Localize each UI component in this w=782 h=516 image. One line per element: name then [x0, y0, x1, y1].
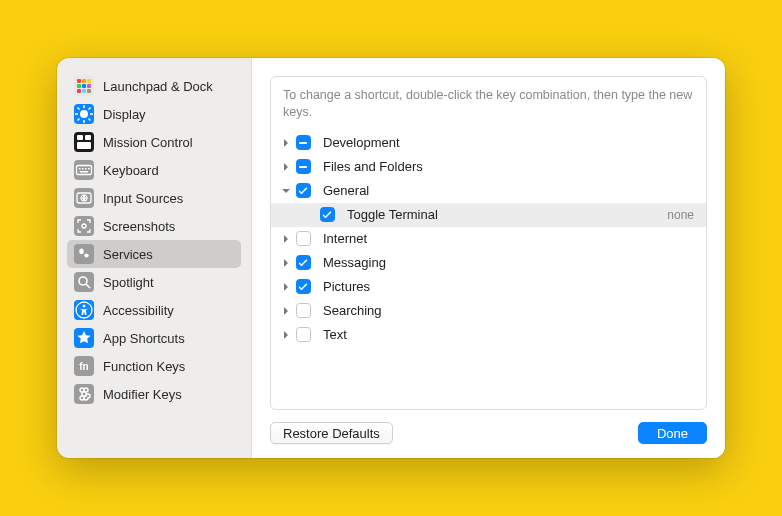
- category-row-general[interactable]: General: [271, 179, 706, 203]
- sidebar-item-label: Spotlight: [103, 275, 154, 290]
- sidebar-item-display[interactable]: Display: [67, 100, 241, 128]
- category-row-development[interactable]: Development: [271, 131, 706, 155]
- checkbox[interactable]: [293, 279, 313, 294]
- chevron-right-icon[interactable]: [279, 279, 293, 294]
- chevron-down-icon[interactable]: [279, 183, 293, 198]
- category-label: Files and Folders: [313, 159, 423, 174]
- sidebar-item-spotlight[interactable]: Spotlight: [67, 268, 241, 296]
- checkbox[interactable]: [293, 231, 313, 246]
- sidebar-item-label: Screenshots: [103, 219, 175, 234]
- category-label: Internet: [313, 231, 367, 246]
- panel-footer: Restore Defaults Done: [270, 410, 707, 444]
- category-row-messaging[interactable]: Messaging: [271, 251, 706, 275]
- function-keys-icon: fn: [74, 356, 94, 376]
- screenshots-icon: [74, 216, 94, 236]
- svg-line-24: [86, 284, 90, 288]
- sidebar-item-keyboard[interactable]: Keyboard: [67, 156, 241, 184]
- sidebar-item-function-keys[interactable]: fn Function Keys: [67, 352, 241, 380]
- launchpad-icon: [74, 76, 94, 96]
- sidebar-item-accessibility[interactable]: Accessibility: [67, 296, 241, 324]
- category-label: Development: [313, 135, 400, 150]
- sidebar-item-label: Keyboard: [103, 163, 159, 178]
- shortcut-value[interactable]: none: [667, 208, 694, 222]
- sidebar-item-label: Services: [103, 247, 153, 262]
- category-label: Pictures: [313, 279, 370, 294]
- checkbox[interactable]: [293, 183, 313, 198]
- preferences-window: Launchpad & Dock Display Mission Control…: [57, 58, 725, 458]
- modifier-keys-icon: [74, 384, 94, 404]
- main-panel: To change a shortcut, double-click the k…: [251, 58, 725, 458]
- keyboard-icon: [74, 160, 94, 180]
- checkbox[interactable]: [293, 135, 313, 150]
- category-row-text[interactable]: Text: [271, 323, 706, 347]
- svg-rect-17: [80, 171, 88, 173]
- panel-hint: To change a shortcut, double-click the k…: [271, 77, 706, 131]
- sidebar-item-label: Display: [103, 107, 146, 122]
- svg-line-7: [89, 108, 91, 110]
- sidebar-item-label: Launchpad & Dock: [103, 79, 213, 94]
- checkbox[interactable]: [317, 207, 337, 222]
- display-icon: [74, 104, 94, 124]
- svg-point-23: [79, 277, 87, 285]
- svg-line-6: [89, 119, 91, 121]
- checkbox[interactable]: [293, 255, 313, 270]
- svg-point-21: [82, 224, 86, 228]
- svg-line-5: [78, 108, 80, 110]
- chevron-right-icon[interactable]: [279, 135, 293, 150]
- service-row-toggle-terminal[interactable]: Toggle Terminal none: [271, 203, 706, 227]
- svg-rect-12: [77, 166, 92, 175]
- shortcuts-panel: To change a shortcut, double-click the k…: [270, 76, 707, 410]
- sidebar-item-label: Input Sources: [103, 191, 183, 206]
- category-label: Text: [313, 327, 347, 342]
- checkbox[interactable]: [293, 327, 313, 342]
- checkbox[interactable]: [293, 159, 313, 174]
- category-label: Messaging: [313, 255, 386, 270]
- spotlight-icon: [74, 272, 94, 292]
- chevron-right-icon[interactable]: [279, 327, 293, 342]
- category-row-pictures[interactable]: Pictures: [271, 275, 706, 299]
- category-row-internet[interactable]: Internet: [271, 227, 706, 251]
- service-label: Toggle Terminal: [337, 207, 438, 222]
- svg-rect-13: [79, 168, 81, 170]
- category-label: Searching: [313, 303, 382, 318]
- mission-control-icon: [74, 132, 94, 152]
- sidebar-item-services[interactable]: Services: [67, 240, 241, 268]
- sidebar-item-label: Function Keys: [103, 359, 185, 374]
- app-shortcuts-icon: [74, 328, 94, 348]
- sidebar-item-label: Accessibility: [103, 303, 174, 318]
- restore-defaults-button[interactable]: Restore Defaults: [270, 422, 393, 444]
- svg-rect-14: [82, 168, 84, 170]
- svg-point-26: [83, 305, 86, 308]
- services-icon: [74, 244, 94, 264]
- sidebar-item-label: Mission Control: [103, 135, 193, 150]
- sidebar-item-launchpad-dock[interactable]: Launchpad & Dock: [67, 72, 241, 100]
- svg-line-8: [78, 119, 80, 121]
- accessibility-icon: [74, 300, 94, 320]
- sidebar-item-screenshots[interactable]: Screenshots: [67, 212, 241, 240]
- sidebar-item-app-shortcuts[interactable]: App Shortcuts: [67, 324, 241, 352]
- sidebar-item-mission-control[interactable]: Mission Control: [67, 128, 241, 156]
- category-row-searching[interactable]: Searching: [271, 299, 706, 323]
- sidebar-item-modifier-keys[interactable]: Modifier Keys: [67, 380, 241, 408]
- chevron-right-icon[interactable]: [279, 231, 293, 246]
- svg-rect-15: [85, 168, 87, 170]
- done-button[interactable]: Done: [638, 422, 707, 444]
- category-row-files-folders[interactable]: Files and Folders: [271, 155, 706, 179]
- input-sources-icon: [74, 188, 94, 208]
- shortcut-list: Development Files and Folders: [271, 131, 706, 347]
- svg-rect-11: [77, 142, 91, 149]
- category-label: General: [313, 183, 369, 198]
- chevron-right-icon[interactable]: [279, 303, 293, 318]
- sidebar-item-input-sources[interactable]: Input Sources: [67, 184, 241, 212]
- checkbox[interactable]: [293, 303, 313, 318]
- svg-rect-9: [77, 135, 83, 140]
- svg-rect-16: [88, 168, 90, 170]
- chevron-right-icon[interactable]: [279, 159, 293, 174]
- chevron-right-icon[interactable]: [279, 255, 293, 270]
- sidebar-item-label: App Shortcuts: [103, 331, 185, 346]
- sidebar-item-label: Modifier Keys: [103, 387, 182, 402]
- svg-rect-10: [85, 135, 91, 140]
- svg-point-0: [80, 110, 88, 118]
- sidebar: Launchpad & Dock Display Mission Control…: [57, 58, 251, 458]
